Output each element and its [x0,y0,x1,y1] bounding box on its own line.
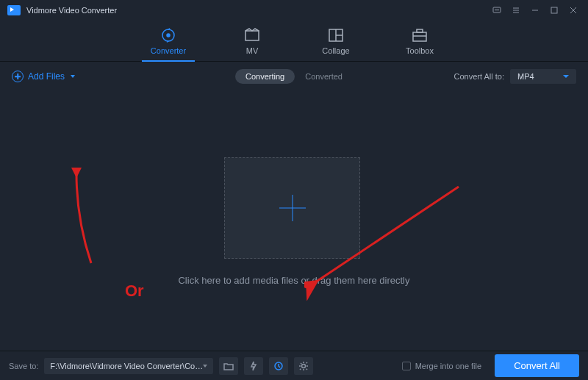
save-path-value: F:\Vidmore\Vidmore Video Converter\Conve… [50,362,203,370]
segment-converting[interactable]: Converting [235,69,295,84]
tab-label: Toolbox [406,46,434,55]
minimize-icon[interactable] [528,3,542,18]
convert-all-label: Convert All to: [454,72,504,81]
mv-icon [244,27,260,43]
chevron-down-icon [203,365,207,368]
title-bar: Vidmore Video Converter [0,0,588,21]
format-value: MP4 [517,72,534,81]
converter-icon [160,27,176,43]
svg-point-21 [302,364,306,368]
save-path-select[interactable]: F:\Vidmore\Vidmore Video Converter\Conve… [44,358,213,374]
chevron-down-icon [71,75,75,78]
hardware-accel-button[interactable] [244,357,263,375]
svg-point-2 [497,10,498,10]
dropzone-hint: Click here to add media files or drag th… [0,275,588,286]
tab-label: Converter [151,46,186,55]
save-to-label: Save to: [9,362,38,370]
feedback-icon[interactable] [490,3,504,18]
toolbox-icon [412,27,428,43]
svg-point-12 [167,34,170,37]
svg-rect-8 [551,7,557,13]
tab-mv[interactable]: MV [226,21,279,61]
svg-rect-13 [245,31,259,40]
checkbox-icon [402,362,411,370]
segment-converted[interactable]: Converted [295,69,353,84]
menu-icon[interactable] [509,3,523,18]
collage-icon [328,27,344,43]
annotation-arrow-icon [304,183,466,301]
open-folder-button[interactable] [219,357,238,375]
svg-rect-18 [417,29,423,32]
add-files-button[interactable]: Add Files [12,71,75,82]
status-segment: Converting Converted [235,69,353,84]
close-icon[interactable] [566,3,581,18]
format-select[interactable]: MP4 [510,69,576,84]
tab-label: MV [246,46,259,55]
svg-point-1 [495,10,496,10]
plus-circle-icon [12,71,24,82]
svg-rect-17 [413,32,426,41]
maximize-icon[interactable] [547,3,562,18]
tab-collage[interactable]: Collage [309,21,362,61]
tab-converter[interactable]: Converter [142,21,195,61]
high-speed-button[interactable] [269,357,288,375]
main-area: Click here to add media files or drag th… [0,91,588,351]
main-nav: Converter MV Collage Toolbox [0,21,588,62]
svg-point-3 [498,10,499,10]
sub-toolbar: Add Files Converting Converted Convert A… [0,62,588,91]
tab-label: Collage [322,46,349,55]
annotation-or: Or [125,282,144,301]
merge-checkbox[interactable]: Merge into one file [402,362,482,370]
merge-label: Merge into one file [415,362,482,370]
annotation-arrow-icon [71,168,100,270]
app-title: Vidmore Video Converter [26,6,117,15]
tab-toolbox[interactable]: Toolbox [393,21,446,61]
app-logo-icon [7,5,21,15]
plus-icon [279,195,306,221]
chevron-down-icon [563,75,569,78]
convert-all-button[interactable]: Convert All [495,354,579,377]
footer-bar: Save to: F:\Vidmore\Vidmore Video Conver… [0,351,588,380]
convert-all-format: Convert All to: MP4 [454,69,576,84]
settings-button[interactable] [294,357,313,375]
add-files-label: Add Files [28,71,65,82]
